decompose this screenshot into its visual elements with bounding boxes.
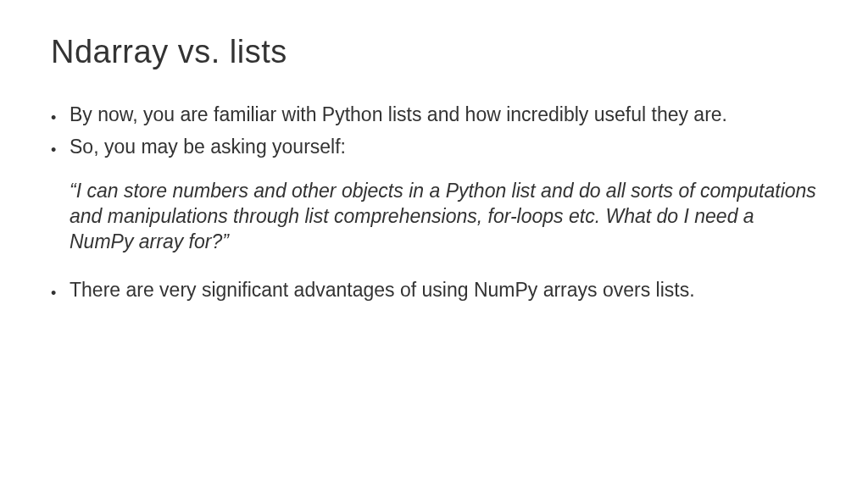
bullet-marker-icon bbox=[51, 103, 70, 130]
slide-title: Ndarray vs. lists bbox=[51, 34, 817, 70]
bullet-item: By now, you are familiar with Python lis… bbox=[51, 103, 817, 130]
bullet-marker-icon bbox=[51, 278, 70, 305]
bullet-text: There are very significant advantages of… bbox=[70, 278, 817, 305]
bullet-marker-icon bbox=[51, 135, 70, 162]
bullet-text: So, you may be asking yourself: bbox=[70, 135, 817, 162]
bullet-item: So, you may be asking yourself: bbox=[51, 135, 817, 162]
bullet-text: By now, you are familiar with Python lis… bbox=[70, 103, 817, 130]
bullet-item: There are very significant advantages of… bbox=[51, 278, 817, 305]
slide-content: By now, you are familiar with Python lis… bbox=[51, 103, 817, 305]
quote-block: “I can store numbers and other objects i… bbox=[51, 179, 817, 255]
